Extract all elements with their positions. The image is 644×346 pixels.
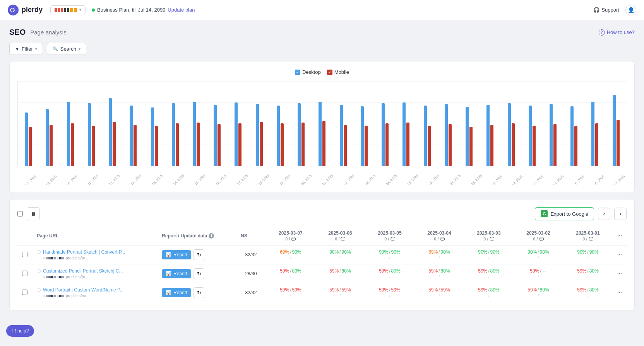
bar-desktop [361,106,364,166]
bar-desktop [256,104,259,166]
chart-x-label: Feb 22, 2025 [337,174,355,185]
score-mobile: 90% [342,249,351,255]
url-cell: Word Portrait | Custom Word/Name P... pr… [32,283,157,302]
bar-mobile [71,123,74,166]
thumb-bar [57,276,59,278]
more-cell[interactable]: ⋯ [613,264,627,283]
score-cell-1-1: 59%/80%──── / ──── [315,264,365,283]
report-button-0[interactable]: 📊 Report [162,250,191,259]
bar-group [480,105,500,166]
bar-desktop [613,95,616,166]
row-checkbox-1[interactable] [22,271,27,276]
score-desktop: 59% [329,287,339,293]
url-cell: Customized Pencil Portrait Sketch| C... … [32,264,157,283]
search-label: Search [60,46,76,52]
score-desktop: 90% [478,249,487,255]
update-plan-link[interactable]: Update plan [168,7,195,13]
bar-mobile [469,127,473,166]
chart-x-label: Feb 8, 2025 [41,174,58,185]
score-cell-2-1: 59%/59%──── / ──── [315,283,365,302]
bar-desktop [382,103,385,166]
bar-mobile [197,123,200,166]
chart-x-label: Feb 10, 2025 [82,174,99,185]
thumb-bar [62,295,64,297]
more-cell[interactable]: ⋯ [613,245,627,264]
ns-cell: 28/30 [236,264,266,283]
score-desktop: 59% [528,287,537,293]
chart-x-label: Mar 2, 2025 [507,174,524,185]
score-desktop: 59% [478,287,487,293]
page-title-area: SEO Page analysis [9,28,67,37]
select-all-checkbox[interactable] [17,211,23,216]
url-title-0[interactable]: Handmade Portrait Sketch | Convert P... [43,249,125,255]
score-mobile: 80% [292,268,301,274]
bar-mobile [512,123,515,166]
score-desktop: 59% [329,268,339,274]
url-title-1[interactable]: Customized Pencil Portrait Sketch| C... [43,268,123,274]
comment-icon-3: 💬 [440,237,445,241]
refresh-button-1[interactable]: ↻ [194,268,204,279]
score-mobile: 80% [441,268,450,274]
score-desktop: 59% [280,268,289,274]
report-button-2[interactable]: 📊 Report [162,288,191,297]
support-button[interactable]: 🎧 Support [593,7,619,13]
bar-group [270,106,291,166]
bar-group [165,103,186,166]
chevron-right-icon: › [620,211,622,217]
support-label: Support [601,7,619,13]
user-profile-button[interactable]: 👤 [625,5,636,15]
bar-group [39,109,60,166]
refresh-button-0[interactable]: ↻ [194,249,204,260]
chart-x-label: Feb 27, 2025 [444,174,462,185]
th-more: ⋯ [613,227,627,245]
info-icon[interactable]: i [209,233,214,239]
chart-x-label: Mar 6, 2025 [589,174,606,185]
score-mobile: — [542,268,547,274]
score-cell-0-5: 90%/90%──── / ──── [514,245,563,264]
thumb-bar [46,257,48,259]
bar-mobile [533,126,536,166]
th-date-1: 2025-03-06 0 / 💬 [315,227,365,245]
legend-desktop-label: Desktop [302,69,321,75]
chart-area [17,81,627,166]
report-cell: 📊 Report ↻ [157,264,236,283]
row-checkbox-2[interactable] [22,290,27,295]
score-cell-1-5: 59%/—──── / ──── [514,264,563,283]
score-mobile: 90% [589,249,599,255]
thumb-bar [54,276,56,278]
delete-button[interactable]: 🗑 [27,207,40,220]
plan-selector[interactable]: ▾ [50,5,86,14]
thumb-bar [51,295,53,297]
filter-button[interactable]: ▼ Filter ▾ [9,43,43,55]
prev-page-button[interactable]: ‹ [598,208,610,220]
bar-group [543,104,564,166]
export-to-google-button[interactable]: G Export to Google [535,207,594,220]
legend-mobile-label: Mobile [334,69,349,75]
bar-mobile [176,123,179,166]
bar-group [459,107,480,166]
report-cell: 📊 Report ↻ [157,245,236,264]
data-table: Page URL Report / Update data i NS: 2025… [17,227,627,302]
report-button-1[interactable]: 📊 Report [162,269,191,278]
bar-group [500,103,521,166]
more-cell[interactable]: ⋯ [613,283,627,302]
help-circle-icon: ? [599,29,605,36]
refresh-button-2[interactable]: ↻ [194,287,204,298]
url-path-0: products/pr... [66,256,88,260]
score-mobile: 90% [540,249,549,255]
chevron-down-icon: ▾ [79,8,81,12]
page-content: SEO Page analysis ? How to use? ▼ Filter… [0,20,644,318]
bar-mobile [490,125,493,166]
bar-mobile [260,122,263,166]
th-date-3: 2025-03-04 0 / 💬 [414,227,464,245]
score-mobile: 80% [540,287,549,293]
thumb-bar [59,295,62,297]
search-button[interactable]: 🔍 Search ▾ [47,43,86,55]
url-title-2[interactable]: Word Portrait | Custom Word/Name P... [43,287,124,293]
row-checkbox-0[interactable] [22,252,27,257]
score-mobile: 90% [490,249,500,255]
bar-desktop [340,105,343,166]
how-to-use-link[interactable]: ? How to use? [599,29,635,36]
thumb-bar [46,276,48,278]
next-page-button[interactable]: › [614,208,627,220]
